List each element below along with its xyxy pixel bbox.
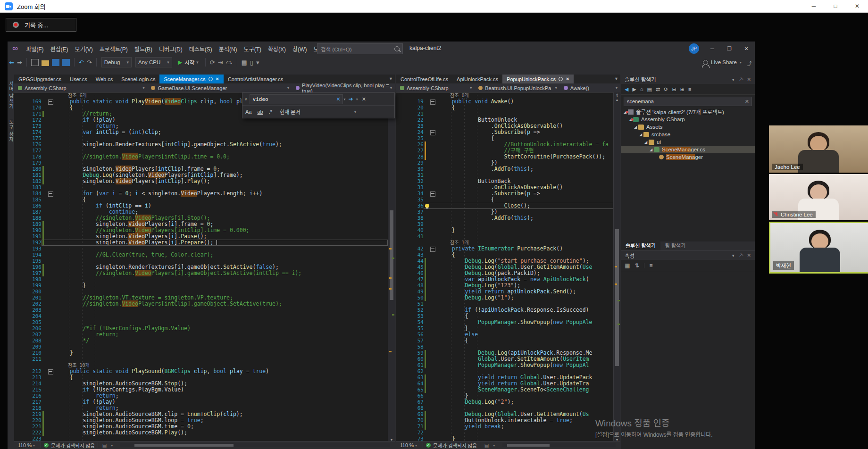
window-position-icon[interactable]: ▾ [732, 77, 734, 82]
save-all-icon[interactable] [62, 59, 70, 66]
code-line[interactable]: 38 .AddTo(this); [396, 215, 614, 221]
expand-find-icon[interactable]: ∨ [244, 97, 248, 101]
match-word-toggle[interactable]: ab [257, 109, 263, 115]
step-into-icon[interactable]: ⇥ [218, 59, 223, 66]
code-line[interactable]: 28 StartCoroutine(PurchasePack()); [396, 154, 614, 160]
menu-item[interactable]: 디버그(D) [156, 45, 186, 53]
pin-tab-icon[interactable] [209, 77, 213, 81]
breadcrumb-segment[interactable]: Assembly-CSharp▾ [14, 83, 147, 92]
properties-icon[interactable]: ≡ [688, 86, 691, 92]
pending-changes-filter-icon[interactable]: ⇄ [656, 86, 660, 92]
chevron-down-icon[interactable]: ▾ [390, 86, 392, 90]
zoom-level[interactable]: 110 % [18, 442, 32, 448]
code-line[interactable]: 211 [14, 356, 388, 362]
collapse-all-icon[interactable]: ⊟ [672, 86, 676, 92]
menu-item[interactable]: 도구(T) [241, 45, 265, 53]
undo-icon[interactable]: ↶ [79, 59, 84, 66]
tab-overflow-icon[interactable]: ▼ [389, 76, 393, 81]
health-label[interactable]: 문제가 검색되지 않음 [433, 442, 477, 449]
save-icon[interactable] [52, 59, 59, 66]
code-line[interactable]: 182 singleton.VideoPlayers[intClip].Play… [14, 178, 388, 184]
chevron-down-icon[interactable]: ▾ [616, 86, 618, 90]
more-tools-icon[interactable]: ▾ [256, 59, 259, 66]
find-input[interactable]: video ✕ [250, 94, 343, 104]
editor-tab[interactable]: ControlTreeOfLife.cs [396, 75, 452, 83]
fold-marker-icon[interactable] [430, 130, 435, 135]
property-pages-icon[interactable]: ≡ [649, 262, 652, 269]
editor-tab[interactable]: PopupUnlockPack.cs✕ [502, 75, 574, 83]
code-line[interactable]: 34 .Subscribe(p => [396, 191, 614, 197]
code-line[interactable]: 42 private IEnumerator PurchasePack() [396, 246, 614, 252]
breadcrumb-segment[interactable]: Awake()▾ [560, 83, 620, 92]
chevron-down-icon[interactable]: ▾ [470, 86, 472, 90]
clear-search-icon[interactable]: ✕ [745, 99, 749, 105]
vs-maximize-button[interactable]: ❐ [721, 42, 738, 56]
clear-find-icon[interactable]: ✕ [336, 96, 340, 102]
breadcrumb-segment[interactable]: Assembly-CSharp▾ [396, 83, 475, 92]
code-line[interactable]: 24 .Subscribe(p => [396, 129, 614, 135]
switch-views-icon[interactable]: ▤ [647, 86, 652, 92]
code-line[interactable]: 19 public void Awake() [396, 99, 614, 105]
feedback-icon[interactable]: ⤴ [747, 59, 752, 67]
code-line[interactable]: 197 //singleton.VideoPlayers[i].gameObje… [14, 270, 388, 276]
zoom-level[interactable]: 110 % [400, 442, 414, 448]
right-code-area[interactable]: 참조 0개19 public void Awake()20 {2122 Butt… [396, 92, 614, 441]
tool-window-tab[interactable]: 솔루션 탐색기 [621, 241, 660, 250]
back-icon[interactable]: ◀ [625, 86, 628, 92]
editor-tab[interactable]: SceneManager.cs✕ [159, 75, 223, 83]
editor-tab[interactable]: ApiUnlockPack.cs [452, 75, 502, 83]
find-next-icon[interactable]: ➜ [349, 96, 353, 102]
fold-marker-icon[interactable] [48, 369, 53, 374]
comment-icon[interactable]: ▤ [242, 59, 247, 66]
code-line[interactable]: 176 singleton.RenderTextures[intClip].ga… [14, 141, 388, 148]
forward-icon[interactable]: ▶ [632, 86, 636, 92]
redo-icon[interactable]: ↷ [87, 59, 92, 66]
fold-marker-icon[interactable] [48, 100, 53, 105]
navigate-forward-icon[interactable]: ➡ [17, 59, 22, 66]
close-find-icon[interactable]: ✕ [362, 96, 366, 102]
refresh-icon[interactable]: ⟳ [664, 86, 668, 92]
quick-search-input[interactable]: 검색 (Ctrl+Q) [317, 43, 403, 54]
hot-reload-icon[interactable]: ⟳ [210, 59, 215, 66]
code-line[interactable]: 56 else [396, 332, 614, 338]
search-scope-dropdown[interactable]: 현재 문서 ▾ [280, 108, 360, 116]
code-line[interactable]: 40 } [396, 227, 614, 233]
left-editor-vertical-scrollbar[interactable]: ⇕ ▲ ▼ [388, 92, 395, 441]
recording-badge[interactable]: 기록 중... [6, 18, 76, 32]
tree-item[interactable]: ◢솔루션 'kalpa-client2' (7/7개 프로젝트) [621, 108, 755, 116]
menu-item[interactable]: 빌드(B) [131, 45, 156, 53]
code-line[interactable]: 57 { [396, 338, 614, 344]
code-line[interactable]: 174 var intClip = (int)clip; [14, 129, 388, 135]
zoom-close-button[interactable]: ✕ [846, 0, 868, 12]
tab-overflow-icon[interactable]: ▼ [614, 76, 618, 81]
left-horizontal-scrollbar[interactable] [120, 443, 390, 447]
side-tool-tab[interactable]: 도구 상자 [8, 119, 15, 142]
close-tab-icon[interactable]: ✕ [566, 76, 569, 82]
menu-item[interactable]: 테스트(S) [186, 45, 216, 53]
tree-item[interactable]: ◢Assembly-CSharp [621, 116, 755, 123]
code-line[interactable]: 222 singleton.AudioSourceBGM.Play(); [14, 430, 388, 436]
tree-item[interactable]: ◢srcbase [621, 131, 755, 138]
chevron-down-icon[interactable]: ▾ [287, 86, 289, 90]
code-line[interactable]: 36 Close(); [396, 203, 614, 209]
code-line[interactable]: 199 } [14, 283, 388, 289]
vs-close-button[interactable]: ✕ [738, 42, 755, 56]
pin-icon[interactable]: ⊤ [737, 252, 744, 259]
left-code-area[interactable]: 참조 6개169 public static void PlayVideo(Vi… [14, 92, 388, 441]
health-label[interactable]: 문제가 검색되지 않음 [51, 442, 95, 449]
tree-item[interactable]: ◢Assets [621, 123, 755, 131]
code-line[interactable]: 203 [14, 307, 388, 313]
solution-search-input[interactable]: scenemana ✕ [624, 97, 752, 106]
code-line[interactable]: 208 */ [14, 338, 388, 344]
bookmark-icon[interactable]: ▯ [250, 59, 253, 66]
pin-tab-icon[interactable] [559, 77, 563, 81]
code-line[interactable]: 204 [14, 313, 388, 319]
start-debug-button[interactable]: ▶ 시작 ▾ [178, 58, 199, 66]
pin-icon[interactable]: ⊤ [737, 76, 744, 83]
code-line[interactable]: 61 PopupManager.ShowPopup(new PopupAl [396, 362, 614, 368]
code-line[interactable]: 210 } [14, 350, 388, 356]
step-over-icon[interactable]: ⤼ [226, 58, 233, 66]
chevron-down-icon[interactable]: ▾ [142, 86, 144, 90]
code-line[interactable]: 178 //singleton.VideoPlayers[intClip].ti… [14, 154, 388, 160]
code-line[interactable]: 50 Debug.Log("1"); [396, 295, 614, 301]
